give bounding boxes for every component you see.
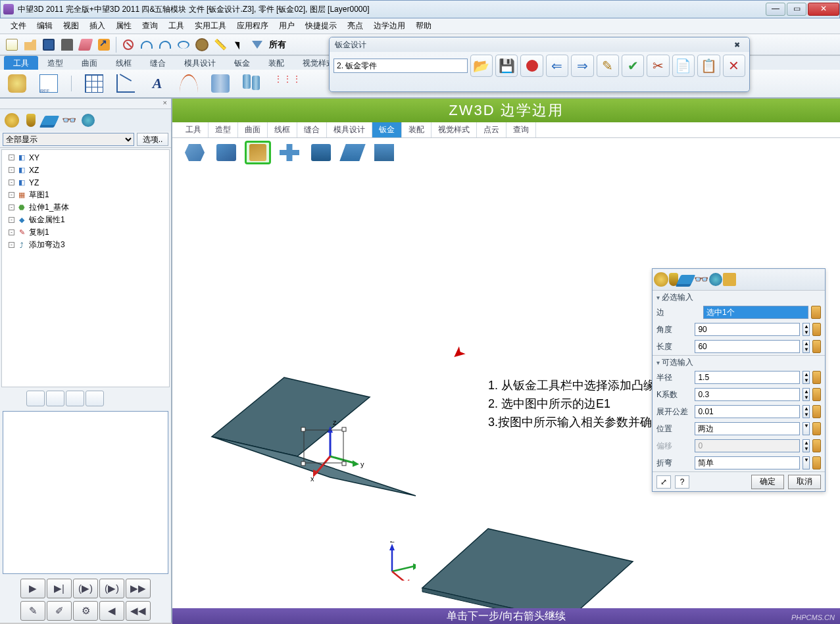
vp-tab-query[interactable]: 查询: [506, 122, 536, 137]
exit-button[interactable]: [95, 36, 112, 53]
tree-node-xy[interactable]: -◧XY: [2, 151, 169, 164]
vp-tab-asm[interactable]: 装配: [402, 122, 432, 137]
sb-mid-4[interactable]: [86, 391, 104, 406]
vp-tab-model[interactable]: 造型: [209, 122, 238, 137]
end-button[interactable]: ▶▶: [126, 579, 151, 598]
ribbon-tab-heal[interactable]: 缝合: [141, 56, 175, 70]
minimize-button[interactable]: —: [766, 3, 785, 16]
sb-mid-1[interactable]: [26, 391, 45, 406]
vp-tab-surface[interactable]: 曲面: [238, 122, 268, 137]
print-button[interactable]: [59, 36, 76, 53]
pp-bend-drop[interactable]: ▼: [803, 456, 810, 469]
redo-button[interactable]: [157, 36, 174, 53]
settings-button[interactable]: [193, 36, 210, 53]
ribbon-tab-surface[interactable]: 曲面: [72, 56, 107, 70]
float-paste-button[interactable]: 📋: [697, 55, 720, 77]
pp-pos-drop[interactable]: ▼: [803, 422, 810, 435]
pp-pos-calc[interactable]: [812, 422, 821, 435]
pp-radius-spin[interactable]: ▲▼: [803, 371, 810, 384]
vp-tab-tools[interactable]: 工具: [179, 122, 209, 137]
vp-tab-mold[interactable]: 模具设计: [327, 122, 372, 137]
tree-node-yz[interactable]: -◧YZ: [2, 176, 169, 189]
menu-user[interactable]: 用户: [274, 18, 300, 34]
pp-pos-select[interactable]: [695, 422, 800, 435]
ribbon-2cyl-button[interactable]: [240, 72, 264, 95]
pp-tol-calc[interactable]: [812, 405, 821, 418]
pp-world-button[interactable]: [709, 273, 722, 286]
ribbon-cyl-button[interactable]: [209, 72, 232, 95]
sb-mid-2[interactable]: [46, 391, 64, 406]
pp-angle-input[interactable]: [695, 323, 800, 336]
open-button[interactable]: [22, 36, 39, 53]
ribbon-tab-mold[interactable]: 模具设计: [175, 56, 225, 70]
vp-tab-cloud[interactable]: 点云: [477, 122, 506, 137]
menu-tools[interactable]: 工具: [163, 18, 189, 34]
pp-note-button[interactable]: [723, 273, 736, 286]
pp-tol-spin[interactable]: ▲▼: [803, 405, 810, 418]
vp-tool-7[interactable]: [371, 141, 397, 164]
display-filter-select[interactable]: 全部显示: [3, 133, 134, 146]
options-button[interactable]: 选项..: [137, 133, 168, 146]
ribbon-line-button[interactable]: [114, 72, 137, 95]
menu-utils[interactable]: 实用工具: [189, 18, 232, 34]
menu-file[interactable]: 文件: [5, 18, 32, 34]
measure-button[interactable]: 📏: [212, 36, 229, 53]
float-check-button[interactable]: ✔: [622, 55, 644, 77]
vp-tab-wire[interactable]: 线框: [268, 122, 297, 137]
vp-tab-visual[interactable]: 视觉样式: [432, 122, 477, 137]
sb-globe-button[interactable]: [3, 111, 21, 130]
new-button[interactable]: [3, 36, 20, 53]
tool3-button[interactable]: ⚙: [73, 601, 98, 621]
pp-k-calc[interactable]: [812, 388, 821, 401]
vp-tool-5[interactable]: [308, 141, 334, 164]
pp-glasses-button[interactable]: 👓: [694, 272, 708, 287]
stop-button[interactable]: [120, 36, 137, 53]
tool1-button[interactable]: ✎: [20, 601, 45, 621]
skip-fwd-button[interactable]: (▶): [73, 579, 98, 598]
float-open-button[interactable]: 📂: [470, 55, 493, 77]
vp-tool-6[interactable]: [339, 141, 366, 164]
vp-tool-1[interactable]: [182, 141, 208, 164]
skip-fwd2-button[interactable]: (▶): [99, 579, 124, 598]
menu-insert[interactable]: 插入: [84, 18, 111, 34]
play-button[interactable]: ▶: [20, 579, 45, 598]
feature-tree[interactable]: -◧XY -◧XZ -◧YZ -▦草图1 -⬣拉伸1_基体 -◆钣金属性1 -✎…: [1, 149, 170, 387]
float-close-button[interactable]: ✖: [730, 41, 744, 49]
pp-cancel-button[interactable]: 取消: [788, 475, 821, 489]
pp-expand-button[interactable]: ⤢: [656, 475, 671, 489]
close-button[interactable]: ✕: [808, 3, 839, 16]
ribbon-tab-model[interactable]: 造型: [38, 56, 72, 70]
pp-globe-button[interactable]: [654, 272, 668, 287]
tree-node-sketch[interactable]: -▦草图1: [2, 189, 169, 201]
pp-radius-input[interactable]: [695, 371, 800, 384]
float-edit-button[interactable]: ✎: [597, 55, 619, 77]
refresh-button[interactable]: [175, 36, 192, 53]
pp-layers-button[interactable]: [679, 275, 693, 284]
pp-help-button[interactable]: ?: [675, 475, 689, 489]
filter-button[interactable]: [249, 36, 266, 53]
sb-lamp-button[interactable]: [22, 111, 40, 130]
ribbon-tab-wire[interactable]: 线框: [107, 56, 141, 70]
sheetmetal-floating-panel[interactable]: 钣金设计✖ 📂 💾 ⇐ ⇒ ✎ ✔ ✂ 📄 📋 ✕: [329, 37, 750, 92]
pp-lamp-button[interactable]: [669, 273, 678, 286]
menu-apps[interactable]: 应用程序: [232, 18, 274, 34]
maximize-button[interactable]: ▭: [787, 3, 806, 16]
tree-node-bend[interactable]: -⤴添加弯边3: [2, 239, 169, 251]
back-button[interactable]: ◀: [99, 601, 124, 621]
pp-bend-calc[interactable]: [812, 456, 821, 469]
pp-section-required[interactable]: 必选输入: [653, 291, 825, 304]
vp-tool-4[interactable]: [276, 141, 303, 164]
pp-angle-calc[interactable]: [812, 323, 821, 336]
float-cut-button[interactable]: ✂: [647, 55, 669, 77]
tree-node-copy[interactable]: -✎复制1: [2, 226, 169, 239]
pp-length-spin[interactable]: ▲▼: [803, 340, 810, 353]
menu-learn[interactable]: 边学边用: [368, 18, 410, 34]
float-delete-button[interactable]: ✕: [723, 55, 745, 77]
float-part-combo[interactable]: [334, 59, 468, 73]
float-save-button[interactable]: 💾: [495, 55, 518, 77]
pp-k-spin[interactable]: ▲▼: [803, 388, 810, 401]
tool2-button[interactable]: ✐: [47, 601, 72, 621]
sidebar-close-button[interactable]: ×: [0, 99, 171, 109]
menu-help[interactable]: 帮助: [410, 18, 437, 34]
float-prev-button[interactable]: ⇐: [546, 55, 568, 77]
